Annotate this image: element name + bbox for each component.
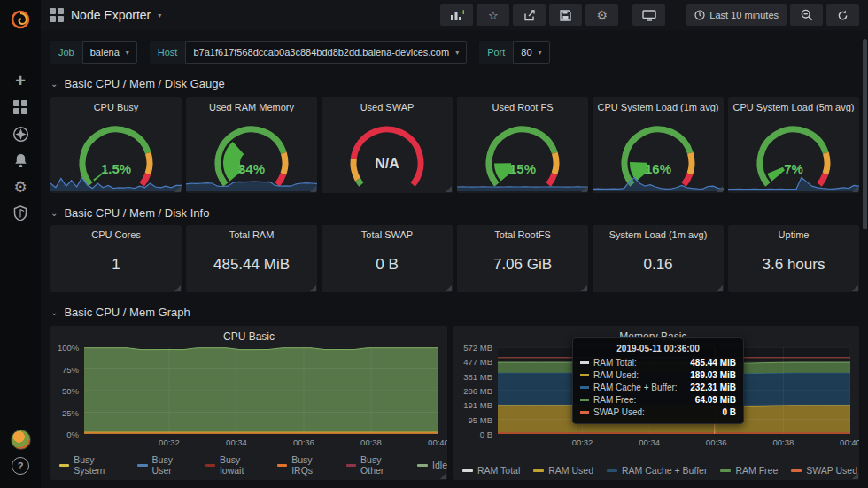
legend-label: RAM Free	[735, 465, 778, 476]
x-axis-label: 00:36	[293, 438, 314, 447]
zoom-out-button[interactable]	[790, 4, 823, 26]
time-range-picker[interactable]: Last 10 minutes	[686, 4, 787, 26]
dashboards-icon[interactable]	[0, 94, 41, 120]
time-range-label: Last 10 minutes	[709, 10, 779, 20]
panel-title[interactable]: Used RAM Memory	[186, 102, 317, 112]
x-axis-label: 00:36	[706, 438, 727, 447]
stat-value: 7.06 GiB	[457, 256, 588, 274]
tooltip-series-dash	[580, 374, 589, 376]
dashboard-settings-button[interactable]: ⚙	[585, 4, 618, 26]
add-panel-button[interactable]: +	[440, 4, 473, 26]
template-variables-row: Job balena▾ Host b7a1f617f568dccab0a3c88…	[50, 41, 859, 64]
tooltip-series-label: RAM Free:	[593, 395, 636, 405]
cycle-view-button[interactable]	[632, 4, 665, 26]
panel-title[interactable]: CPU Busy	[50, 102, 182, 112]
legend-item[interactable]: RAM Cache + Buffer	[607, 465, 707, 476]
navbar: Node Exporter ▾ + ☆ ⚙	[41, 0, 868, 30]
explore-icon[interactable]	[0, 120, 41, 147]
panel-title[interactable]: CPU System Load (5m avg)	[728, 102, 859, 112]
legend-item[interactable]: SWAP Used	[791, 465, 857, 476]
panel-title[interactable]: CPU Basic	[50, 330, 447, 343]
section-gauge[interactable]: ⌄ Basic CPU / Mem / Disk Gauge	[50, 76, 859, 90]
job-value: balena	[90, 47, 120, 58]
x-axis-label: 00:34	[226, 438, 247, 447]
legend-item[interactable]: Busy IRQs	[277, 454, 333, 476]
panel-title[interactable]: Total RAM	[186, 229, 317, 240]
legend-item[interactable]: Busy User	[137, 454, 191, 476]
legend-color-dash	[417, 464, 428, 467]
legend-color-dash	[205, 464, 215, 467]
port-value: 80	[521, 47, 531, 58]
panel-title[interactable]: Uptime	[728, 229, 859, 240]
y-axis-label: 100%	[58, 343, 79, 352]
tooltip-series-dash	[580, 399, 589, 401]
job-label: Job	[50, 41, 82, 64]
panel-title[interactable]: System Load (1m avg)	[593, 229, 724, 240]
panel-title[interactable]: CPU Cores	[50, 229, 182, 240]
panel-title[interactable]: Used Root FS	[457, 102, 588, 112]
legend-item[interactable]: Busy Other	[346, 454, 404, 476]
port-variable[interactable]: Port 80▾	[479, 41, 549, 64]
panel-title[interactable]: CPU System Load (1m avg)	[593, 102, 724, 112]
scrollbar[interactable]	[863, 39, 867, 229]
legend-color-dash	[791, 469, 802, 472]
dashboard-title-dropdown[interactable]: Node Exporter ▾	[71, 8, 161, 22]
alerting-bell-icon[interactable]	[0, 147, 41, 174]
section-info[interactable]: ⌄ Basic CPU / Mem / Disk Info	[50, 205, 859, 220]
legend-color-dash	[462, 469, 473, 472]
legend-label: Busy User	[152, 454, 192, 476]
legend-item[interactable]: RAM Used	[533, 465, 593, 476]
y-axis-label: 25%	[58, 407, 79, 417]
legend-item[interactable]: Busy Iowait	[205, 454, 264, 476]
legend-color-dash	[346, 464, 356, 467]
tooltip-series-dash	[580, 386, 589, 389]
tooltip-row: RAM Total:485.44 MiB	[580, 358, 736, 368]
chevron-down-icon: ⌄	[50, 79, 58, 89]
main-area: Node Exporter ▾ + ☆ ⚙	[41, 0, 868, 488]
help-icon[interactable]: ?	[0, 453, 41, 479]
server-admin-shield-icon[interactable]	[0, 200, 41, 227]
grafana-logo-icon[interactable]	[0, 2, 41, 37]
x-axis-label: 00:40	[428, 438, 447, 447]
y-axis-label: 0 B	[461, 430, 492, 439]
gauge-row: CPU Busy 1.5% Used RAM Memory 34% Used S…	[50, 97, 859, 193]
panel-cpu-busy: CPU Busy 1.5%	[50, 97, 182, 193]
create-icon[interactable]: +	[0, 67, 41, 94]
section-graph[interactable]: ⌄ Basic CPU / Mem Graph	[50, 305, 859, 319]
panel-uptime: Uptime 3.6 hours	[728, 225, 859, 292]
share-button[interactable]	[513, 4, 546, 26]
panel-title[interactable]: Total RootFS	[457, 229, 588, 240]
legend-label: Busy IRQs	[291, 454, 333, 476]
refresh-icon	[837, 10, 849, 21]
y-axis-label: 572 MB	[461, 343, 492, 352]
tooltip-timestamp: 2019-05-11 00:36:00	[580, 344, 736, 353]
legend-label: RAM Cache + Buffer	[622, 465, 707, 476]
gear-icon: ⚙	[597, 8, 608, 22]
x-axis-label: 00:38	[772, 438, 794, 447]
job-variable[interactable]: Job balena▾	[50, 41, 137, 64]
profile-avatar[interactable]	[0, 426, 41, 453]
panel-title[interactable]: Total SWAP	[322, 229, 453, 240]
legend-label: Busy Iowait	[220, 454, 264, 476]
legend-item[interactable]: Busy System	[59, 454, 124, 476]
tooltip-row: RAM Cache + Buffer:232.31 MiB	[580, 383, 736, 392]
dashboard-picker-icon[interactable]	[50, 8, 64, 22]
legend-item[interactable]: RAM Free	[720, 465, 778, 476]
memory-basic-legend: RAM TotalRAM UsedRAM Cache + BufferRAM F…	[462, 465, 857, 476]
panel-load-1m: CPU System Load (1m avg) 16%	[593, 97, 724, 193]
refresh-button[interactable]	[826, 4, 859, 26]
host-variable[interactable]: Host b7a1f617f568dccab0a3c884bdd8b2dd.ba…	[150, 41, 467, 64]
legend-color-dash	[277, 464, 287, 467]
tooltip-series-label: RAM Cache + Buffer:	[593, 383, 678, 392]
panel-title[interactable]: Used SWAP	[322, 102, 453, 112]
configuration-gear-icon[interactable]: ⚙	[0, 174, 41, 200]
legend-item[interactable]: Idle	[417, 460, 447, 470]
legend-item[interactable]: RAM Total	[462, 465, 520, 476]
legend-label: RAM Total	[477, 465, 520, 476]
zoom-out-icon	[801, 9, 813, 21]
cpu-basic-chart[interactable]: 0%25%50%75%100%00:3200:3400:3600:3800:40	[58, 347, 440, 457]
star-button[interactable]: ☆	[477, 4, 509, 26]
panel-cpu-basic-graph: CPU Basic 0%25%50%75%100%00:3200:3400:36…	[50, 326, 447, 480]
tooltip-series-value: 232.31 MiB	[690, 383, 736, 392]
save-button[interactable]	[549, 4, 582, 26]
